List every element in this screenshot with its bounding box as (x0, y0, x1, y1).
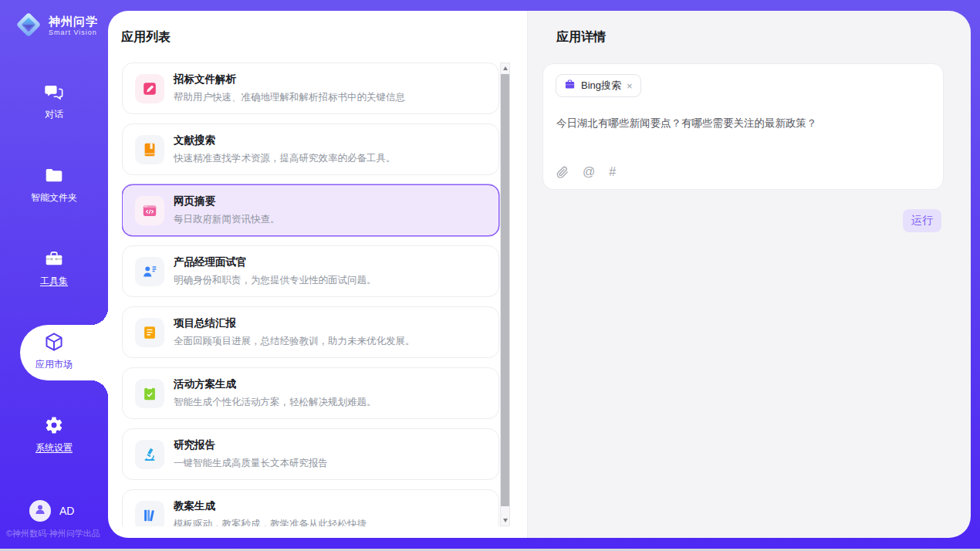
sidebar-item-label: 应用市场 (35, 358, 73, 371)
folder-icon (0, 164, 108, 187)
book-icon (135, 135, 164, 164)
clipboard-check-icon (135, 379, 164, 408)
scroll-up-icon[interactable] (501, 63, 509, 73)
browser-code-icon (135, 196, 164, 225)
app-card[interactable]: 招标文件解析 帮助用户快速、准确地理解和解析招标书中的关键信息 (122, 63, 499, 114)
app-card-desc: 每日政府新闻资讯快查。 (174, 213, 280, 226)
app-card[interactable]: 文献搜索 快速精准查找学术资源，提高研究效率的必备工具。 (122, 123, 499, 175)
app-card[interactable]: 产品经理面试官 明确身份和职责，为您提供专业性的面试问题。 (122, 245, 499, 297)
sidebar: 神州问学 Smart Vision 对话 智能文件夹 工具集 (0, 0, 108, 551)
scroll-down-icon[interactable] (501, 516, 509, 526)
user-account[interactable]: AD (29, 500, 74, 522)
tool-tag-bing-search[interactable]: Bing搜索 × (556, 74, 641, 97)
attachment-icon[interactable] (556, 166, 569, 179)
sidebar-item-label: 系统设置 (35, 441, 73, 455)
app-card[interactable]: 教案生成 模板驱动，教案秒成，教学准备从此轻松快捷 (122, 489, 499, 526)
prompt-input-card[interactable]: Bing搜索 × 今日湖北有哪些新闻要点？有哪些需要关注的最新政策？ @ # (542, 63, 944, 190)
sidebar-item-label: 智能文件夹 (31, 191, 77, 205)
app-detail-panel: 应用详情 Bing搜索 × 今日湖北有哪些新闻要点？有哪些需要关注的最新政策？ … (527, 11, 971, 538)
app-card-title: 活动方案生成 (174, 377, 377, 391)
app-card-title: 招标文件解析 (174, 73, 405, 86)
app-card-desc: 全面回顾项目进展，总结经验教训，助力未来优化发展。 (174, 335, 415, 348)
chat-icon (0, 80, 108, 103)
gear-icon (0, 414, 108, 437)
user-icon (33, 502, 47, 519)
cube-icon (0, 330, 108, 353)
sidebar-item[interactable]: 应用市场 (0, 330, 108, 371)
app-list-title: 应用列表 (121, 29, 171, 46)
books-icon (135, 501, 164, 527)
prompt-text[interactable]: 今日湖北有哪些新闻要点？有哪些需要关注的最新政策？ (556, 117, 931, 130)
app-card-desc: 模板驱动，教案秒成，教学准备从此轻松快捷 (174, 518, 367, 526)
app-card[interactable]: 研究报告 一键智能生成高质量长文本研究报告 (122, 428, 499, 480)
app-card-title: 项目总结汇报 (174, 316, 415, 330)
toolbox-icon (0, 247, 108, 270)
avatar (29, 500, 51, 522)
app-card-desc: 一键智能生成高质量长文本研究报告 (174, 457, 328, 470)
app-card[interactable]: 活动方案生成 智能生成个性化活动方案，轻松解决规划难题。 (122, 367, 499, 419)
document-pen-icon (135, 74, 164, 103)
user-initials: AD (59, 505, 74, 517)
app-list: 招标文件解析 帮助用户快速、准确地理解和解析招标书中的关键信息 文献搜索 快速精… (122, 63, 500, 526)
app-card[interactable]: 项目总结汇报 全面回顾项目进展，总结经验教训，助力未来优化发展。 (122, 306, 499, 358)
brand-name: 神州问学 (49, 15, 98, 28)
list-scrollbar[interactable] (500, 63, 510, 526)
close-icon[interactable]: × (627, 81, 633, 91)
app-card-desc: 智能生成个性化活动方案，轻松解决规划难题。 (174, 396, 377, 409)
sidebar-item[interactable]: 对话 (0, 80, 108, 121)
app-card-desc: 明确身份和职责，为您提供专业性的面试问题。 (174, 274, 377, 287)
app-card-title: 文献搜索 (174, 134, 396, 147)
brand-logo: 神州问学 Smart Vision (14, 10, 98, 42)
run-button[interactable]: 运行 (903, 209, 941, 232)
microscope-icon (135, 440, 164, 469)
hash-icon[interactable]: # (609, 165, 616, 179)
mention-icon[interactable]: @ (583, 165, 595, 179)
interviewer-icon (135, 257, 164, 286)
app-card-title: 教案生成 (174, 499, 367, 513)
sidebar-item[interactable]: 系统设置 (0, 414, 108, 455)
scrollbar-thumb[interactable] (501, 74, 509, 506)
app-card-desc: 帮助用户快速、准确地理解和解析招标书中的关键信息 (174, 91, 405, 104)
tool-tag-label: Bing搜索 (581, 79, 621, 93)
sidebar-item[interactable]: 工具集 (0, 247, 108, 288)
app-detail-title: 应用详情 (556, 29, 606, 46)
sidebar-item-label: 工具集 (40, 275, 68, 288)
app-card-title: 网页摘要 (174, 194, 280, 208)
briefcase-icon (564, 79, 576, 93)
app-window: 神州问学 Smart Vision 对话 智能文件夹 工具集 (0, 0, 980, 551)
app-card-desc: 快速精准查找学术资源，提高研究效率的必备工具。 (174, 152, 396, 165)
diamond-logo-icon (14, 10, 43, 42)
sidebar-item-label: 对话 (45, 108, 63, 121)
app-card-title: 产品经理面试官 (174, 255, 377, 269)
app-card[interactable]: 网页摘要 每日政府新闻资讯快查。 (122, 184, 499, 236)
app-list-panel: 应用列表 招标文件解析 帮助用户快速、准确地理解和解析招标书中的关键信息 文献搜… (108, 11, 527, 538)
prompt-toolbar: @ # (556, 165, 616, 179)
memo-icon (135, 318, 164, 347)
sidebar-item[interactable]: 智能文件夹 (0, 164, 108, 205)
app-card-title: 研究报告 (174, 438, 328, 452)
brand-subtitle: Smart Vision (49, 29, 98, 36)
copyright-footer: ©神州数码·神州问学出品 (6, 528, 100, 539)
